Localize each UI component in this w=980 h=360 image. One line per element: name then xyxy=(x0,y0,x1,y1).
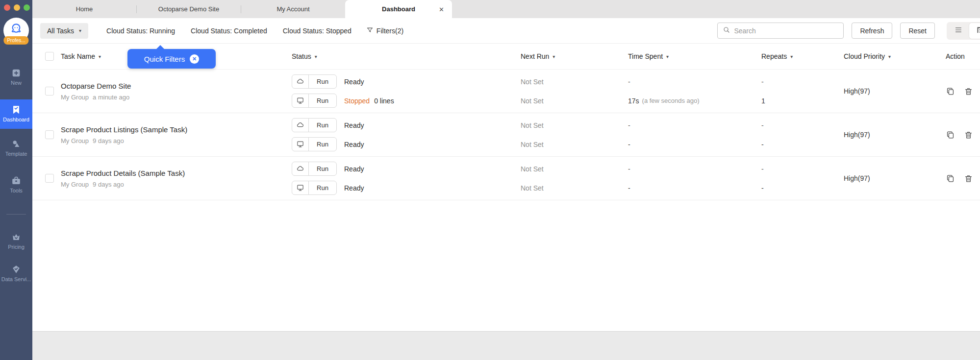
delete-task-icon[interactable] xyxy=(964,87,973,96)
chevron-down-icon: ▾ xyxy=(79,28,81,33)
repeats-cell: - - xyxy=(761,157,844,200)
plus-square-icon xyxy=(0,68,32,78)
local-run-button[interactable]: Run xyxy=(292,94,337,108)
view-toggle xyxy=(947,22,980,40)
sidebar-item-dashboard[interactable]: Dashboard xyxy=(0,99,32,129)
run-button-label[interactable]: Run xyxy=(309,162,336,175)
task-group: My Group xyxy=(61,181,89,188)
tab-home[interactable]: Home xyxy=(32,0,136,18)
plan-badge[interactable]: Profes... xyxy=(3,36,28,45)
table-row: Scrape Product Listings (Sample Task) My… xyxy=(32,113,980,157)
tab-octoparse-demo-site[interactable]: Octoparse Demo Site xyxy=(137,0,241,18)
duplicate-task-icon[interactable] xyxy=(946,87,955,96)
column-label: Cloud Priority xyxy=(844,52,885,60)
tab-my-account[interactable]: My Account xyxy=(241,0,345,18)
sort-caret-icon: ▾ xyxy=(666,54,669,59)
local-run-button[interactable]: Run xyxy=(292,137,337,151)
run-button-label[interactable]: Run xyxy=(309,75,336,88)
column-header-next-run[interactable]: Next Run ▾ xyxy=(521,52,628,60)
sort-caret-icon: ▾ xyxy=(315,54,317,59)
next-run-value: Not Set xyxy=(521,121,544,129)
row-checkbox[interactable] xyxy=(45,174,54,183)
repeats-value: - xyxy=(761,184,764,192)
task-group-dropdown[interactable]: All Tasks ▾ xyxy=(40,23,88,39)
status-text: Ready xyxy=(344,165,364,173)
status-text: Ready xyxy=(344,141,364,148)
tab-label: Home xyxy=(76,5,93,13)
duplicate-task-icon[interactable] xyxy=(946,174,955,183)
monitor-icon xyxy=(292,94,309,107)
column-header-time-spent[interactable]: Time Spent ▾ xyxy=(628,52,761,60)
diamond-check-icon xyxy=(0,264,32,275)
column-header-cloud-priority[interactable]: Cloud Priority ▾ xyxy=(844,52,946,60)
task-name-cell: Scrape Product Details (Sample Task) My … xyxy=(61,169,292,188)
duplicate-task-icon[interactable] xyxy=(946,130,955,140)
filter-link-cloud-stopped[interactable]: Cloud Status: Stopped xyxy=(283,27,352,35)
run-button-label[interactable]: Run xyxy=(309,94,336,107)
column-header-repeats[interactable]: Repeats ▾ xyxy=(761,52,844,60)
sort-caret-icon: ▾ xyxy=(888,54,891,59)
sidebar-item-data-service[interactable]: Data Servi... xyxy=(0,264,32,282)
cloud-run-button[interactable]: Run xyxy=(292,118,337,132)
list-view-button[interactable] xyxy=(948,23,969,39)
delete-task-icon[interactable] xyxy=(964,174,973,183)
tab-dashboard[interactable]: Dashboard ✕ xyxy=(345,0,452,18)
next-run-cell: Not Set Not Set xyxy=(521,113,628,156)
sidebar-item-pricing[interactable]: Pricing xyxy=(0,232,32,250)
task-group: My Group xyxy=(61,137,89,144)
sidebar-item-tools[interactable]: Tools xyxy=(0,175,32,193)
task-title[interactable]: Scrape Product Listings (Sample Task) xyxy=(61,125,292,134)
search-input[interactable] xyxy=(734,27,838,35)
minimize-window-button[interactable] xyxy=(14,4,20,11)
cloud-priority-cell: High(97) xyxy=(844,174,946,182)
time-spent-value: - xyxy=(628,184,630,192)
task-last-edited: 9 days ago xyxy=(93,181,124,188)
task-title[interactable]: Scrape Product Details (Sample Task) xyxy=(61,169,292,177)
filter-link-cloud-running[interactable]: Cloud Status: Running xyxy=(106,27,175,35)
task-name-cell: Octoparse Demo Site My Groupa minute ago xyxy=(61,82,292,101)
delete-task-icon[interactable] xyxy=(964,130,973,140)
sidebar-item-template[interactable]: Template xyxy=(0,139,32,157)
local-run-button[interactable]: Run xyxy=(292,181,337,195)
filter-link-cloud-completed[interactable]: Cloud Status: Completed xyxy=(191,27,267,35)
select-all-checkbox[interactable] xyxy=(45,52,54,61)
monitor-icon xyxy=(292,181,309,194)
close-tab-icon[interactable]: ✕ xyxy=(439,5,444,13)
time-spent-value: - xyxy=(628,165,630,173)
maximize-window-button[interactable] xyxy=(24,4,30,11)
close-window-button[interactable] xyxy=(4,4,10,11)
repeats-value: - xyxy=(761,165,764,173)
time-spent-value: - xyxy=(628,141,630,148)
column-label: Status xyxy=(292,52,311,60)
row-checkbox[interactable] xyxy=(45,87,54,96)
cloud-run-button[interactable]: Run xyxy=(292,162,337,176)
filters-button[interactable]: Filters(2) xyxy=(366,26,403,35)
task-group-dropdown-value: All Tasks xyxy=(47,27,74,35)
list-view-icon xyxy=(954,25,963,36)
remove-quick-filter-icon[interactable]: ✕ xyxy=(190,54,199,64)
task-last-edited: a minute ago xyxy=(93,94,129,101)
dashboard-page: All Tasks ▾ Cloud Status: Running Cloud … xyxy=(32,18,980,331)
task-title[interactable]: Octoparse Demo Site xyxy=(61,82,292,90)
cloud-run-button[interactable]: Run xyxy=(292,74,337,89)
main-area: Home Octoparse Demo Site My Account Dash… xyxy=(32,0,980,360)
run-button-label[interactable]: Run xyxy=(309,138,336,151)
action-cell xyxy=(946,130,980,140)
quick-filters-pill[interactable]: Quick Filters ✕ xyxy=(127,49,216,69)
sidebar-item-label: Template xyxy=(0,151,32,157)
reset-button[interactable]: Reset xyxy=(900,23,935,39)
run-button-label[interactable]: Run xyxy=(309,181,336,194)
repeats-cell: - 1 xyxy=(761,70,844,113)
bottom-strip xyxy=(32,331,980,360)
row-checkbox[interactable] xyxy=(45,130,54,139)
refresh-button[interactable]: Refresh xyxy=(852,23,892,39)
sidebar-item-new[interactable]: New xyxy=(0,68,32,86)
table-row: Octoparse Demo Site My Groupa minute ago… xyxy=(32,70,980,113)
sidebar-item-label: Dashboard xyxy=(0,117,32,122)
column-header-status[interactable]: Status ▾ xyxy=(292,52,521,60)
run-button-label[interactable]: Run xyxy=(309,119,336,132)
group-view-icon xyxy=(976,25,980,36)
group-view-button[interactable] xyxy=(969,23,980,39)
column-label: Time Spent xyxy=(628,52,663,60)
status-text: Ready xyxy=(344,121,364,129)
